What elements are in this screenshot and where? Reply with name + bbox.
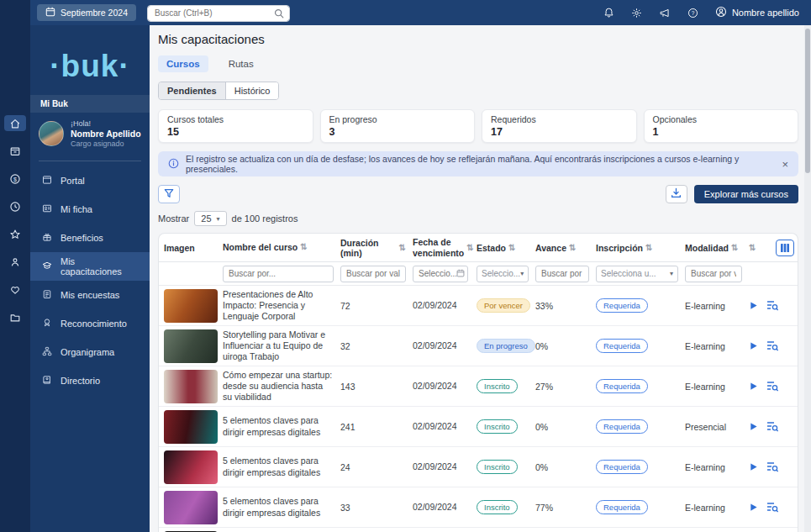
stat-label: En progreso — [329, 114, 466, 124]
course-name: 5 elementos claves para dirigir empresas… — [223, 415, 340, 437]
user-icon — [715, 6, 727, 19]
main-content: Mis capacitaciones Cursos Rutas Pendient… — [150, 25, 804, 532]
course-name: 5 elementos claves para dirigir empresas… — [223, 456, 340, 477]
course-due-date: 02/09/2024 — [413, 461, 477, 471]
chevron-down-icon: ▾ — [670, 270, 673, 277]
detail-button[interactable] — [766, 461, 778, 472]
sidebar-item-label: Mi ficha — [61, 204, 92, 214]
course-progress: 77% — [535, 503, 596, 513]
icon-rail: $ — [0, 0, 30, 532]
page-size-select[interactable]: 25 ▾ — [194, 211, 226, 226]
folder-icon[interactable] — [4, 309, 26, 325]
duracion-filter-input[interactable] — [340, 266, 406, 282]
sort-icon: ⇅ — [399, 243, 406, 252]
scrollbar-thumb[interactable] — [805, 29, 810, 173]
table-row: Presentaciones de Alto Impacto: Presenci… — [159, 286, 798, 326]
course-name: 5 elementos claves para dirigir empresas… — [223, 496, 340, 518]
tab-cursos[interactable]: Cursos — [158, 55, 208, 72]
detail-button[interactable] — [766, 502, 778, 513]
course-due-date: 02/09/2024 — [413, 300, 477, 310]
gift-icon — [42, 232, 52, 244]
user-menu[interactable]: Nombre apellido — [715, 6, 799, 19]
recognition-icon[interactable] — [4, 282, 26, 298]
funnel-icon — [164, 187, 174, 202]
page-scrollbar — [804, 25, 811, 532]
play-button[interactable] — [749, 382, 758, 391]
toggle-historico[interactable]: Histórico — [225, 82, 279, 99]
detail-button[interactable] — [766, 300, 778, 311]
sidebar-item-mi-ficha[interactable]: Mi ficha — [30, 195, 150, 224]
people-icon[interactable] — [4, 254, 26, 270]
download-button[interactable] — [666, 185, 687, 203]
play-button[interactable] — [749, 422, 758, 431]
search-input[interactable] — [148, 6, 289, 21]
sidebar-item-mis-encuestas[interactable]: Mis encuestas — [30, 281, 150, 309]
stat-value: 3 — [329, 126, 466, 138]
sidebar-item-label: Reconocimiento — [61, 319, 127, 329]
detail-button[interactable] — [766, 381, 778, 392]
header-estado[interactable]: Estado⇅ — [477, 243, 535, 253]
sidebar-item-organigrama[interactable]: Organigrama — [30, 338, 150, 366]
detail-button[interactable] — [766, 421, 778, 432]
payments-icon[interactable]: $ — [4, 171, 26, 187]
course-due-date: 02/09/2024 — [413, 502, 477, 512]
greeting: ¡Hola! — [71, 119, 141, 129]
show-label: Mostrar — [158, 213, 189, 224]
course-thumbnail — [164, 491, 218, 524]
global-search — [148, 4, 289, 21]
header-fecha[interactable]: Fecha de vencimiento⇅ — [413, 237, 477, 257]
play-button[interactable] — [749, 503, 758, 512]
sidebar-nav: Portal Mi ficha Beneficios Mis capacitac… — [30, 166, 150, 395]
sidebar-item-beneficios[interactable]: Beneficios — [30, 224, 150, 252]
header-modalidad[interactable]: Modalidad⇅ — [685, 243, 749, 253]
play-button[interactable] — [749, 462, 758, 471]
home-icon[interactable] — [4, 115, 26, 131]
course-due-date: 02/09/2024 — [413, 421, 477, 431]
header-avance[interactable]: Avance⇅ — [535, 243, 596, 253]
close-icon[interactable]: × — [782, 159, 788, 170]
training-icon — [42, 261, 52, 272]
filter-button[interactable] — [158, 185, 180, 203]
inscripcion-filter-select[interactable]: Selecciona u...▾ — [596, 266, 678, 282]
play-button[interactable] — [749, 341, 758, 350]
header-label: Modalidad — [685, 243, 729, 253]
sidebar-item-portal[interactable]: Portal — [30, 166, 150, 195]
play-button[interactable] — [749, 301, 758, 310]
month-selector[interactable]: Septiembre 2024 — [37, 4, 136, 21]
status-badge: Inscrito — [477, 379, 518, 393]
header-nombre[interactable]: Nombre del curso⇅ — [223, 242, 340, 253]
chevron-down-icon: ▾ — [520, 270, 524, 277]
bell-icon[interactable] — [603, 7, 614, 18]
course-duration: 24 — [340, 462, 413, 472]
star-icon[interactable] — [4, 226, 26, 242]
header-label: Avance — [535, 243, 566, 253]
explore-courses-button[interactable]: Explorar más cursos — [694, 185, 798, 203]
tab-rutas[interactable]: Rutas — [220, 55, 262, 72]
toggle-pendientes[interactable]: Pendientes — [159, 82, 225, 99]
avance-filter-input[interactable] — [535, 266, 589, 282]
header-label: Fecha de vencimiento — [413, 237, 464, 257]
sidebar-item-mis-capacitaciones[interactable]: Mis capacitaciones — [30, 252, 150, 281]
estado-filter-select[interactable]: Seleccio...▾ — [477, 266, 529, 282]
header-label: Inscripción — [596, 243, 643, 253]
modalidad-filter-input[interactable] — [685, 266, 742, 282]
megaphone-icon[interactable] — [659, 8, 671, 18]
requests-icon[interactable] — [4, 143, 26, 159]
table-row: Cómo empezar una startup: desde su audie… — [159, 366, 798, 407]
time-icon[interactable] — [4, 198, 26, 214]
table-controls: Explorar más cursos — [158, 185, 798, 203]
directory-icon — [42, 375, 52, 387]
gear-icon[interactable] — [631, 8, 642, 18]
stat-label: Requeridos — [491, 114, 628, 124]
header-duracion[interactable]: Duración (min)⇅ — [340, 238, 413, 258]
sidebar-item-directorio[interactable]: Directorio — [30, 366, 150, 395]
header-inscripcion[interactable]: Inscripción⇅ — [596, 243, 685, 253]
course-thumbnail — [164, 410, 218, 444]
calendar-icon — [45, 7, 55, 18]
help-icon[interactable]: ? — [687, 8, 698, 18]
detail-button[interactable] — [766, 340, 778, 351]
status-badge: En progreso — [477, 339, 535, 353]
column-settings-button[interactable] — [776, 240, 794, 256]
nombre-filter-input[interactable] — [223, 266, 334, 282]
sidebar-item-reconocimiento[interactable]: Reconocimiento — [30, 309, 150, 338]
